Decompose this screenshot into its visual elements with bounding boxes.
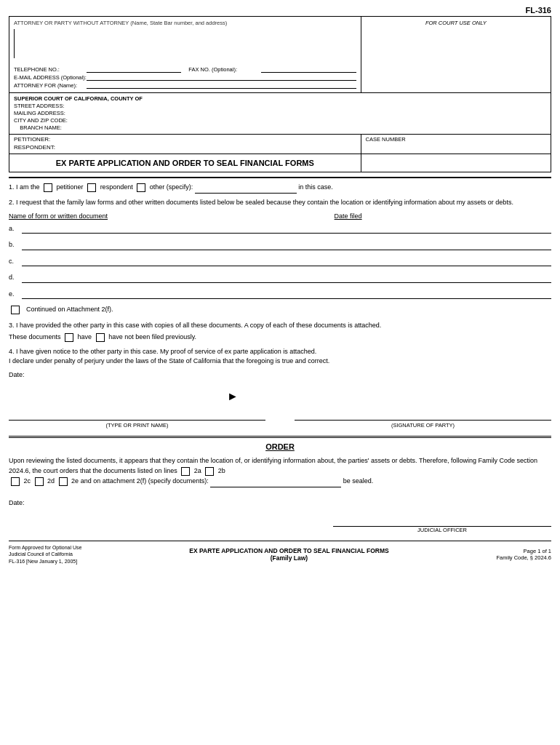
row-c-date-line[interactable]	[335, 256, 551, 267]
signature-block: (SIGNATURE OF PARTY)	[295, 406, 551, 429]
date-section: Date:	[9, 371, 551, 378]
section3-row2: These documents have have not been filed…	[9, 332, 551, 343]
approved-label: Form Approved for Optional Use	[9, 544, 81, 551]
form-number: FL-316	[9, 6, 551, 15]
row-a-name-line[interactable]	[22, 223, 335, 234]
order-date-section: Date:	[9, 499, 551, 506]
row-d-name-line[interactable]	[22, 272, 335, 283]
signature-arrow-container: ►	[9, 390, 551, 403]
fax-label: FAX NO. (Optional):	[188, 66, 261, 73]
sealed-label: be sealed.	[343, 477, 374, 485]
petitioner-label: PETITIONER:	[14, 136, 50, 143]
case-number-box: CASE NUMBER	[361, 135, 551, 154]
order-2a-checkbox[interactable]	[181, 467, 190, 476]
order-2c-label: 2c	[24, 477, 31, 485]
row-c-name-line[interactable]	[22, 256, 335, 267]
double-line	[9, 436, 551, 438]
doc-row-d: d.	[9, 272, 551, 283]
have-checkbox[interactable]	[65, 333, 73, 342]
street-row: STREET ADDRESS:	[14, 103, 546, 109]
doc-row-a: a.	[9, 223, 551, 234]
petitioner-left: PETITIONER: RESPONDENT:	[9, 135, 361, 154]
section1-text: 1. I am the	[9, 183, 40, 191]
council-label: Judicial Council of California	[9, 551, 81, 558]
attorney-for-value	[87, 81, 356, 89]
row-b-name-line[interactable]	[22, 239, 335, 250]
row-e-date-line[interactable]	[335, 289, 551, 300]
row-c-label: c.	[9, 257, 22, 267]
branch-row: BRANCH NAME:	[14, 124, 546, 131]
row-d-label: d.	[9, 273, 22, 283]
petitioner-label-s1: petitioner	[57, 183, 84, 191]
col-name-header: Name of form or written document	[9, 212, 335, 222]
judge-sig-line[interactable]	[333, 512, 551, 527]
title-left: EX PARTE APPLICATION AND ORDER TO SEAL F…	[9, 154, 361, 172]
row-b-label: b.	[9, 240, 22, 250]
continued-row: Continued on Attachment 2(f).	[9, 305, 551, 315]
other-checkbox[interactable]	[137, 183, 145, 192]
respondent-checkbox[interactable]	[87, 183, 96, 192]
attorney-for-row: ATTORNEY FOR (Name):	[14, 81, 356, 89]
have-label: have	[78, 333, 92, 340]
email-label: E-MAIL ADDRESS (Optional):	[14, 74, 87, 81]
order-date-label: Date:	[9, 499, 25, 506]
in-case-text: in this case.	[298, 183, 333, 191]
order-2c-checkbox[interactable]	[11, 477, 20, 486]
arrow-icon: ►	[227, 390, 239, 403]
petitioner-checkbox[interactable]	[44, 183, 52, 192]
continued-checkbox[interactable]	[11, 306, 20, 314]
signature-label: (SIGNATURE OF PARTY)	[295, 422, 551, 429]
section3-text: 3. I have provided the other party in th…	[9, 321, 551, 331]
title-section: EX PARTE APPLICATION AND ORDER TO SEAL F…	[9, 154, 551, 172]
judicial-officer-label: JUDICIAL OFFICER	[333, 527, 551, 533]
have-not-checkbox[interactable]	[96, 333, 105, 342]
row-e-name-line[interactable]	[22, 289, 335, 300]
section1: 1. I am the petitioner respondent other …	[9, 183, 551, 194]
judge-sig-block: JUDICIAL OFFICER	[9, 512, 551, 533]
row-b-date-line[interactable]	[335, 239, 551, 250]
case-number-label: CASE NUMBER	[366, 136, 546, 143]
city-row: CITY AND ZIP CODE:	[14, 117, 546, 124]
court-info-section: SUPERIOR COURT OF CALIFORNIA, COUNTY OF …	[9, 93, 551, 135]
order-2e-checkbox[interactable]	[59, 477, 68, 486]
doc-row-c: c.	[9, 256, 551, 267]
row-a-date-line[interactable]	[335, 223, 551, 234]
form-id-label: FL-316 [New January 1, 2005]	[9, 558, 81, 565]
telephone-row: TELEPHONE NO.: FAX NO. (Optional):	[14, 65, 356, 73]
email-row: E-MAIL ADDRESS (Optional):	[14, 73, 356, 81]
attorney-box: ATTORNEY OR PARTY WITHOUT ATTORNEY (Name…	[9, 17, 361, 92]
print-name-line[interactable]	[9, 406, 265, 421]
respondent-row: RESPONDENT:	[14, 144, 356, 151]
section3: 3. I have provided the other party in th…	[9, 321, 551, 343]
page-num: Page 1 of 1	[497, 548, 551, 554]
order-2b-label: 2b	[218, 467, 225, 474]
col-date-header: Date filed	[335, 212, 551, 222]
attorney-label: ATTORNEY OR PARTY WITHOUT ATTORNEY (Name…	[14, 20, 356, 26]
signature-lines: (TYPE OR PRINT NAME) (SIGNATURE OF PARTY…	[9, 406, 551, 429]
order-2b-checkbox[interactable]	[205, 467, 214, 476]
row-e-label: e.	[9, 290, 22, 300]
footer-right: Page 1 of 1 Family Code, § 2024.6	[497, 548, 551, 561]
petitioner-row: PETITIONER:	[14, 136, 356, 143]
order-2e-label: 2e	[71, 477, 79, 485]
attorney-fields: TELEPHONE NO.: FAX NO. (Optional): E-MAI…	[14, 65, 356, 89]
continued-label: Continued on Attachment 2(f).	[26, 305, 113, 315]
mailing-row: MAILING ADDRESS:	[14, 110, 546, 116]
attorney-for-label: ATTORNEY FOR (Name):	[14, 82, 87, 89]
respondent-label: RESPONDENT:	[14, 144, 55, 151]
footer-left: Form Approved for Optional Use Judicial …	[9, 544, 81, 565]
judge-line-block: JUDICIAL OFFICER	[333, 512, 551, 533]
print-name-label: (TYPE OR PRINT NAME)	[9, 422, 265, 429]
footer-center: EX PARTE APPLICATION AND ORDER TO SEAL F…	[189, 547, 388, 562]
order-2a-label: 2a	[194, 467, 201, 474]
these-docs-label: These documents	[9, 333, 61, 340]
order-2d-label: 2d	[47, 477, 55, 485]
signature-section: ► (TYPE OR PRINT NAME) (SIGNATURE OF PAR…	[9, 390, 551, 429]
signature-line[interactable]	[295, 406, 551, 421]
row-d-date-line[interactable]	[335, 272, 551, 283]
order-text: Upon reviewing the listed documents, it …	[9, 455, 551, 487]
order-2d-checkbox[interactable]	[35, 477, 44, 486]
section2: 2. I request that the family law forms a…	[9, 198, 551, 315]
petitioner-section: PETITIONER: RESPONDENT: CASE NUMBER	[9, 135, 551, 154]
doc-row-e: e.	[9, 289, 551, 300]
